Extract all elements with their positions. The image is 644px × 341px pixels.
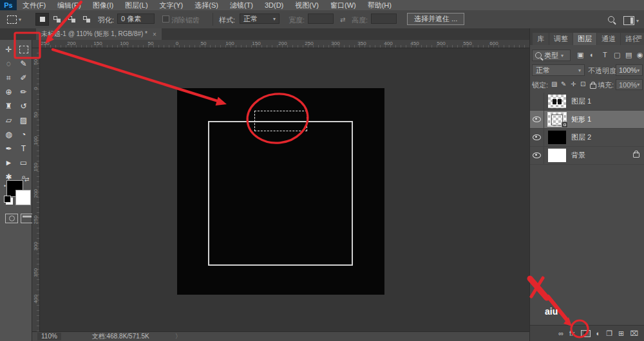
swap-width-height-icon[interactable]: ⇄: [340, 16, 345, 23]
quick-selection-tool[interactable]: ✎: [16, 57, 31, 71]
lock-artboard-icon[interactable]: ⊡: [580, 80, 585, 88]
screen-mode-button[interactable]: [21, 214, 33, 223]
lock-paint-icon[interactable]: ✎: [561, 80, 566, 88]
document-tab[interactable]: 未标题-1 @ 110% (矩形 1, RGB/8#) * ×: [36, 28, 162, 40]
history-brush-tool[interactable]: ↺: [16, 99, 31, 113]
menu-file[interactable]: 文件(F): [17, 0, 52, 10]
blend-mode-dropdown[interactable]: 正常 ▾: [532, 64, 585, 76]
layer-row-background[interactable]: 背景: [530, 147, 644, 165]
menu-type[interactable]: 文字(Y): [154, 0, 189, 10]
layer-name[interactable]: 图层 1: [571, 97, 591, 106]
search-icon[interactable]: [608, 16, 614, 23]
move-tool[interactable]: ✛: [1, 42, 16, 57]
status-chevron-icon[interactable]: 〉: [175, 332, 182, 341]
panel-menu-icon[interactable]: ≡: [638, 33, 642, 41]
height-input[interactable]: [371, 14, 397, 24]
zoom-level-input[interactable]: 110%: [37, 333, 61, 340]
brush-tool[interactable]: ✏: [16, 85, 31, 99]
menu-filter[interactable]: 滤镜(T): [224, 0, 259, 10]
antialias-checkbox[interactable]: [162, 15, 169, 23]
layer-row-tuceng2[interactable]: 图层 2: [530, 129, 644, 147]
delete-layer-button[interactable]: ⌧: [630, 329, 638, 338]
menu-image[interactable]: 图像(I): [87, 0, 119, 10]
lock-all-icon[interactable]: [590, 84, 596, 89]
visibility-toggle[interactable]: [530, 93, 544, 110]
crop-tool[interactable]: ⌗: [1, 71, 16, 85]
filter-pixel-layers-icon[interactable]: ▣: [577, 51, 583, 59]
subtract-selection-button[interactable]: [65, 13, 79, 26]
add-to-selection-button[interactable]: [50, 13, 64, 26]
canvas-viewport[interactable]: [40, 48, 529, 331]
healing-brush-tool[interactable]: ⊕: [1, 85, 16, 99]
filter-smart-objects-icon[interactable]: ▤: [625, 51, 632, 59]
new-selection-button[interactable]: [35, 13, 49, 26]
clone-stamp-tool[interactable]: ♜: [1, 99, 16, 113]
tab-adjustments[interactable]: 调整: [549, 33, 573, 45]
layer-name[interactable]: 矩形 1: [571, 115, 591, 124]
visibility-toggle[interactable]: [530, 129, 544, 146]
layer-thumbnail[interactable]: [548, 149, 566, 162]
layer-thumbnail[interactable]: [548, 113, 566, 126]
lock-transparency-icon[interactable]: ▨: [551, 80, 557, 88]
swap-colors-icon[interactable]: ⇄: [24, 176, 30, 183]
layer-row-juxing1[interactable]: 矩形 1: [530, 111, 644, 129]
path-selection-tool[interactable]: ►: [1, 156, 16, 170]
menu-3d[interactable]: 3D(D): [259, 0, 289, 10]
lock-position-icon[interactable]: ✛: [571, 80, 576, 88]
quick-mask-button[interactable]: [5, 214, 18, 223]
width-input[interactable]: [308, 14, 334, 24]
layer-style-button[interactable]: fx: [569, 329, 575, 337]
menu-select[interactable]: 选择(S): [189, 0, 224, 10]
link-layers-button[interactable]: ∞: [558, 329, 564, 337]
feather-input[interactable]: 0 像素: [117, 14, 155, 24]
layer-row-tuceng1[interactable]: 图层 1: [530, 93, 644, 111]
eraser-icon: ▱: [6, 116, 12, 125]
opacity-dropdown[interactable]: 100% ▾: [616, 64, 643, 76]
background-color-swatch[interactable]: [15, 190, 31, 205]
layer-name[interactable]: 背景: [571, 151, 585, 160]
layer-thumbnail[interactable]: [548, 131, 566, 144]
intersect-selection-button[interactable]: [80, 13, 93, 26]
filter-adjustment-layers-icon[interactable]: ◐: [590, 51, 594, 59]
dodge-tool[interactable]: ◔: [16, 127, 31, 142]
eyedropper-tool[interactable]: ✐: [16, 71, 31, 85]
lasso-tool[interactable]: ◌: [1, 57, 16, 71]
visibility-toggle[interactable]: [530, 111, 544, 128]
menu-layer[interactable]: 图层(L): [119, 0, 153, 10]
menu-window[interactable]: 窗口(W): [325, 0, 362, 10]
blur-tool[interactable]: ◍: [1, 127, 16, 142]
close-icon[interactable]: ×: [153, 31, 156, 38]
tab-channels[interactable]: 通道: [597, 33, 620, 45]
type-tool[interactable]: T: [16, 142, 31, 156]
gradient-tool[interactable]: ▨: [16, 113, 31, 127]
eraser-tool[interactable]: ▱: [1, 113, 16, 127]
add-layer-mask-button[interactable]: [581, 330, 591, 337]
menu-help[interactable]: 帮助(H): [362, 0, 397, 10]
menu-edit[interactable]: 编辑(E): [52, 0, 87, 10]
select-and-mask-button[interactable]: 选择并遮住 ...: [407, 13, 464, 25]
tab-libraries[interactable]: 库: [533, 33, 549, 45]
layer-name[interactable]: 图层 2: [571, 133, 591, 142]
filter-toggle-pin-icon[interactable]: ◉: [637, 51, 643, 59]
new-group-button[interactable]: ❐: [606, 329, 612, 338]
style-dropdown[interactable]: 正常 ▾: [240, 14, 279, 24]
filter-shape-layers-icon[interactable]: ▢: [614, 51, 620, 59]
filter-type-layers-icon[interactable]: T: [603, 51, 607, 59]
canvas-document[interactable]: [177, 88, 384, 295]
tab-layers[interactable]: 图层: [573, 33, 596, 45]
new-layer-button[interactable]: ⊞: [618, 329, 624, 338]
new-adjustment-layer-button[interactable]: ◐: [596, 329, 601, 337]
default-colors-icon[interactable]: [4, 196, 11, 203]
workspace-switcher-icon[interactable]: [623, 16, 634, 25]
fill-dropdown[interactable]: 100% ▾: [616, 79, 643, 90]
ruler-label: 200: [67, 41, 75, 46]
antialias-label: 消除锯齿: [171, 15, 200, 25]
visibility-toggle[interactable]: [530, 147, 544, 164]
marquee-tool[interactable]: [16, 42, 31, 57]
tool-preset-button[interactable]: ▾: [5, 13, 29, 26]
pen-tool[interactable]: ✒: [1, 142, 16, 156]
layer-thumbnail[interactable]: [548, 95, 566, 108]
shape-tool[interactable]: ▭: [16, 156, 31, 170]
filter-kind-dropdown[interactable]: 类型 ▾: [532, 50, 571, 61]
menu-view[interactable]: 视图(V): [289, 0, 325, 10]
